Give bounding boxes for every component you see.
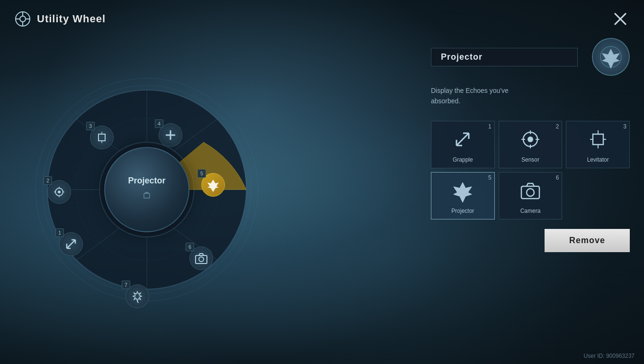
items-grid: 1 Grapple 2: [431, 121, 630, 219]
grapple-card-icon: [448, 125, 477, 154]
user-id: User ID: 900963237: [584, 353, 635, 359]
footer: User ID: 900963237: [584, 353, 635, 359]
item-card-number-3: 3: [623, 123, 626, 130]
svg-line-41: [137, 301, 138, 303]
svg-rect-34: [98, 134, 105, 141]
wheel-item-projector[interactable]: 5: [201, 173, 225, 197]
item-card-number-2: 2: [556, 123, 559, 130]
wheel-item-camera[interactable]: 6: [189, 246, 213, 270]
wheel-item-add[interactable]: 4: [159, 123, 182, 147]
item-card-label-levitator: Levitator: [587, 156, 609, 163]
wheel-icon: [14, 10, 31, 27]
item-card-label-grapple: Grapple: [453, 156, 473, 163]
svg-point-1: [20, 16, 26, 22]
item-card-sensor[interactable]: 2 Sensor: [499, 121, 563, 168]
wheel-center: Projector: [104, 147, 189, 232]
right-panel: Projector Display the Echoes you'veabsor…: [431, 38, 630, 252]
item-card-number-6: 6: [556, 174, 559, 181]
item-card-camera[interactable]: 6 Camera: [499, 172, 563, 219]
wheel-container: 1 2: [14, 28, 279, 351]
segment-number-5: 5: [197, 169, 206, 178]
svg-point-64: [527, 189, 534, 196]
svg-point-40: [199, 257, 204, 262]
selected-icon-large: [592, 38, 630, 76]
item-card-levitator[interactable]: 3 Levitator: [566, 121, 630, 168]
svg-line-47: [456, 133, 469, 146]
remove-button[interactable]: Remove: [545, 229, 630, 252]
utility-wheel[interactable]: 1 2: [33, 76, 260, 303]
svg-point-29: [58, 191, 61, 193]
selected-description: Display the Echoes you'veabsorbed.: [431, 85, 630, 107]
item-card-label-projector: Projector: [451, 208, 474, 214]
item-card-grapple[interactable]: 1 Grapple: [431, 121, 495, 168]
svg-line-23: [67, 240, 75, 248]
item-card-number-1: 1: [488, 123, 492, 130]
wheel-item-sensor[interactable]: 2: [47, 180, 71, 204]
segment-number-6: 6: [186, 243, 194, 251]
segment-number-1: 1: [55, 228, 64, 237]
selected-name-bar: Projector: [431, 48, 578, 66]
segment-number-4: 4: [155, 119, 163, 128]
page-title: Utility Wheel: [37, 13, 106, 25]
wheel-item-7[interactable]: 7: [125, 284, 149, 308]
item-card-projector[interactable]: 5 Projector: [431, 172, 495, 219]
selected-display: Projector: [431, 38, 630, 76]
item-card-label-sensor: Sensor: [521, 156, 539, 163]
segment-number-3: 3: [86, 122, 95, 130]
camera-card-icon: [516, 176, 545, 205]
svg-rect-58: [593, 134, 603, 145]
wheel-center-label: Projector: [128, 176, 165, 186]
close-button[interactable]: [611, 9, 630, 28]
title-area: Utility Wheel: [14, 10, 106, 27]
header: Utility Wheel: [0, 0, 644, 38]
item-card-label-camera: Camera: [520, 208, 541, 214]
wheel-item-grapple[interactable]: 1: [59, 232, 83, 256]
sensor-card-icon: [516, 125, 545, 154]
svg-point-53: [528, 136, 533, 142]
wheel-center-sub-icon: [141, 190, 152, 203]
projector-card-icon: [448, 176, 477, 205]
item-card-number-5: 5: [488, 174, 492, 181]
svg-rect-42: [144, 193, 150, 198]
segment-number-2: 2: [44, 176, 52, 185]
wheel-item-levitator[interactable]: 3: [90, 126, 114, 149]
levitator-card-icon: [584, 125, 612, 154]
segment-number-7: 7: [122, 281, 130, 289]
